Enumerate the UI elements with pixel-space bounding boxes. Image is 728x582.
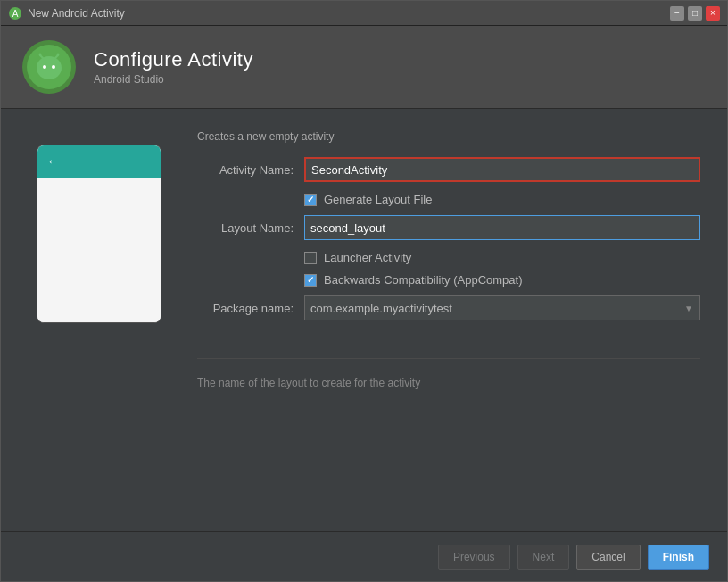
page-title: Configure Activity (94, 48, 253, 71)
launcher-activity-checkbox-wrapper[interactable]: Launcher Activity (304, 251, 411, 264)
android-icon (30, 48, 68, 86)
previous-button[interactable]: Previous (438, 545, 510, 570)
window-title: New Android Activity (28, 7, 125, 20)
backwards-compat-checkbox-wrapper[interactable]: ✓ Backwards Compatibility (AppCompat) (304, 273, 523, 287)
backwards-compat-label: Backwards Compatibility (AppCompat) (324, 273, 523, 287)
phone-toolbar: ← (37, 146, 161, 178)
close-button[interactable]: × (706, 6, 720, 21)
activity-name-input[interactable] (304, 157, 700, 182)
hint-text: The name of the layout to create for the… (197, 377, 420, 389)
content-area: ← Creates a new empty activity Activity … (1, 109, 727, 531)
form-description: Creates a new empty activity (197, 127, 700, 143)
next-button[interactable]: Next (517, 545, 570, 570)
package-name-label: Package name: (197, 302, 304, 315)
launcher-activity-checkbox[interactable] (304, 252, 317, 264)
window-controls: − □ × (670, 6, 720, 21)
layout-name-row: Layout Name: (197, 215, 700, 240)
android-logo-container (22, 40, 76, 94)
layout-name-label: Layout Name: (197, 221, 304, 235)
svg-line-7 (54, 55, 58, 59)
layout-name-input[interactable] (304, 215, 700, 240)
finish-button[interactable]: Finish (648, 545, 709, 570)
maximize-button[interactable]: □ (688, 6, 702, 21)
backwards-compat-row: ✓ Backwards Compatibility (AppCompat) (304, 273, 700, 287)
svg-point-6 (39, 54, 42, 56)
svg-point-3 (43, 65, 46, 69)
footer: Previous Next Cancel Finish (1, 531, 727, 581)
minimize-button[interactable]: − (670, 6, 684, 21)
cancel-button[interactable]: Cancel (576, 545, 640, 570)
generate-layout-row: ✓ Generate Layout File (304, 193, 700, 206)
generate-layout-checkbox-wrapper[interactable]: ✓ Generate Layout File (304, 193, 432, 206)
launcher-activity-row: Launcher Activity (304, 251, 700, 264)
checkmark-icon: ✓ (307, 195, 314, 204)
svg-text:A: A (12, 9, 19, 19)
svg-line-5 (40, 55, 44, 59)
svg-point-8 (57, 54, 60, 56)
generate-layout-checkbox[interactable]: ✓ (304, 194, 317, 206)
activity-name-label: Activity Name: (197, 163, 304, 177)
generate-layout-label: Generate Layout File (324, 193, 432, 206)
phone-content (37, 178, 161, 322)
android-logo (27, 45, 71, 89)
package-name-select-wrapper: com.example.myactivitytest ▼ (304, 295, 700, 320)
window-icon: A (8, 6, 22, 21)
backwards-compat-checkbox[interactable]: ✓ (304, 274, 317, 287)
svg-point-2 (37, 56, 62, 79)
package-name-row: Package name: com.example.myactivitytest… (197, 295, 700, 320)
activity-name-row: Activity Name: (197, 157, 700, 182)
checkmark-icon-2: ✓ (307, 275, 314, 285)
form-area: Creates a new empty activity Activity Na… (197, 127, 700, 513)
launcher-activity-label: Launcher Activity (324, 251, 411, 264)
phone-preview: ← (37, 145, 161, 323)
page-subtitle: Android Studio (94, 73, 253, 86)
header-text: Configure Activity Android Studio (94, 48, 253, 86)
svg-point-4 (52, 65, 55, 69)
package-name-select[interactable]: com.example.myactivitytest (304, 295, 700, 320)
title-bar: A New Android Activity − □ × (1, 1, 727, 26)
main-window: A New Android Activity − □ × (0, 0, 728, 582)
back-arrow-icon: ← (46, 154, 61, 170)
hint-area: The name of the layout to create for the… (197, 358, 700, 398)
header: Configure Activity Android Studio (1, 26, 727, 109)
preview-area: ← (28, 127, 170, 513)
